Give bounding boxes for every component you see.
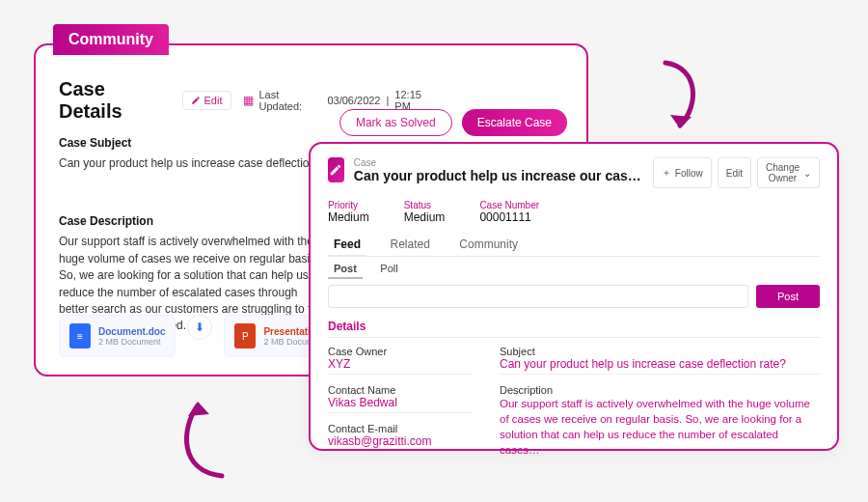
case-record-panel: Case Can your product help us increase o…	[309, 142, 839, 451]
mark-as-solved-button[interactable]: Mark as Solved	[339, 109, 452, 136]
attachment-name: Document.doc	[98, 326, 165, 337]
status-field: Status Medium	[404, 200, 446, 224]
ppt-file-icon: P	[234, 323, 256, 349]
contact-name-field: Contact Name Vikas Bedwal	[328, 384, 473, 413]
subtab-post[interactable]: Post	[328, 260, 363, 279]
change-owner-button[interactable]: Change Owner ⌄	[757, 157, 820, 188]
follow-button[interactable]: ＋ Follow	[653, 157, 712, 188]
tab-community[interactable]: Community	[453, 234, 524, 255]
download-icon[interactable]: ⬇	[187, 315, 212, 340]
subtab-poll[interactable]: Poll	[374, 260, 403, 277]
tab-feed[interactable]: Feed	[328, 234, 366, 256]
arrow-down-icon	[646, 53, 714, 150]
record-type-label: Case	[354, 157, 643, 168]
chevron-down-icon: ⌄	[803, 168, 811, 179]
arrow-up-icon	[164, 384, 241, 490]
edit-button[interactable]: Edit	[718, 157, 751, 188]
description-field: Description Our support staff is activel…	[500, 384, 820, 462]
edit-button-label: Edit	[204, 95, 223, 106]
plus-icon: ＋	[662, 166, 671, 180]
tab-related[interactable]: Related	[384, 234, 435, 255]
last-updated-date: 03/06/2022	[327, 95, 380, 106]
case-tabs: Feed Related Community	[328, 234, 820, 257]
details-heading: Details	[328, 320, 820, 338]
attachment-document[interactable]: ≡ Document.doc 2 MB Document	[59, 315, 176, 357]
contact-email-field: Contact E-mail vikasb@grazitti.com	[328, 423, 473, 452]
priority-field: Priority Medium	[328, 200, 369, 224]
subject-field: Subject Can your product help us increas…	[500, 346, 820, 375]
community-tab[interactable]: Community	[53, 24, 169, 55]
post-input[interactable]	[328, 285, 748, 308]
attachment-meta: 2 MB Document	[98, 337, 165, 347]
case-number-field: Case Number 00001111	[479, 200, 539, 224]
case-record-icon	[328, 157, 344, 182]
escalate-case-button[interactable]: Escalate Case	[462, 109, 567, 136]
last-updated-label: Last Updated:	[259, 89, 322, 112]
calendar-icon: ▦	[243, 94, 254, 107]
case-title: Can your product help us increase our ca…	[354, 168, 643, 183]
page-title: Case Details	[59, 78, 171, 123]
edit-button[interactable]: Edit	[182, 91, 231, 110]
feed-subtabs: Post Poll	[328, 259, 820, 279]
case-owner-field: Case Owner XYZ	[328, 346, 473, 375]
post-button[interactable]: Post	[756, 285, 820, 308]
pencil-icon	[191, 96, 201, 105]
doc-file-icon: ≡	[69, 323, 91, 349]
